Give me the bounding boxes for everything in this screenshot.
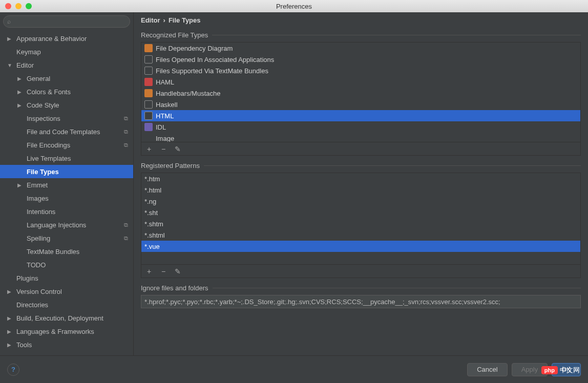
tree-item-label: Directories	[16, 301, 48, 309]
watermark-badge: php	[541, 366, 558, 374]
sidebar: ⌕ ▶Appearance & BehaviorKeymap▼Editor▶Ge…	[0, 12, 134, 355]
copy-icon: ⧉	[124, 222, 128, 228]
filetype-label: IDL	[156, 123, 166, 131]
chevron-right-icon[interactable]: ▶	[17, 182, 25, 188]
tree-item[interactable]: ▼Editor	[0, 58, 133, 72]
tree-item[interactable]: File Encodings⧉	[0, 138, 133, 152]
tree-item-label: Live Templates	[27, 155, 71, 162]
pattern-row[interactable]: *.htm	[141, 173, 580, 184]
cancel-button[interactable]: Cancel	[467, 363, 507, 376]
tree-item[interactable]: File Types	[0, 165, 133, 178]
pattern-row[interactable]: *.sht	[141, 207, 580, 218]
section-ignore-text: Ignore files and folders	[141, 284, 208, 292]
filetype-row[interactable]: Files Supported Via TextMate Bundles	[141, 65, 580, 76]
copy-icon: ⧉	[124, 129, 128, 135]
chevron-right-icon[interactable]: ▶	[7, 289, 14, 294]
pattern-row[interactable]: *.vue	[141, 241, 580, 252]
search-input[interactable]	[3, 15, 130, 28]
filetype-icon	[144, 44, 153, 52]
filetype-row[interactable]: Files Opened In Associated Applications	[141, 54, 580, 65]
ignore-input[interactable]	[141, 295, 581, 308]
tree-item[interactable]: ▶Colors & Fonts	[0, 85, 133, 98]
tree-item-label: Editor	[16, 61, 34, 69]
filetype-row[interactable]: HAML	[141, 76, 580, 88]
watermark: php 中文网	[541, 366, 580, 375]
chevron-right-icon[interactable]: ▶	[7, 36, 14, 41]
tree-item[interactable]: File and Code Templates⧉	[0, 125, 133, 138]
tree-item[interactable]: Live Templates	[0, 152, 133, 165]
tree-item[interactable]: ▶Build, Execution, Deployment	[0, 311, 133, 325]
remove-pattern-icon[interactable]: −	[160, 267, 167, 275]
help-icon[interactable]: ?	[7, 364, 19, 376]
filetype-row[interactable]: HTML	[141, 110, 580, 121]
chevron-down-icon[interactable]: ▼	[7, 62, 14, 68]
tree-item[interactable]: ▶Appearance & Behavior	[0, 32, 133, 45]
section-recognized-text: Recognized File Types	[141, 31, 208, 39]
tree-item[interactable]: ▶Version Control	[0, 285, 133, 298]
sidebar-tree: ▶Appearance & BehaviorKeymap▼Editor▶Gene…	[0, 31, 133, 355]
minimize-icon[interactable]	[15, 3, 22, 9]
tree-item[interactable]: TODO	[0, 258, 133, 271]
pattern-row[interactable]: *.html	[141, 184, 580, 196]
tree-item[interactable]: ▶Tools	[0, 338, 133, 351]
remove-filetype-icon[interactable]: −	[160, 145, 167, 153]
main-panel: Editor › File Types Recognized File Type…	[134, 12, 588, 355]
tree-item[interactable]: Directories	[0, 298, 133, 311]
search-wrap: ⌕	[0, 12, 133, 31]
filetype-label: Haskell	[156, 101, 178, 109]
tree-item-label: Colors & Fonts	[27, 88, 71, 96]
pattern-toolbar: + − ✎	[141, 265, 581, 278]
pattern-label: *.vue	[144, 243, 160, 250]
chevron-right-icon[interactable]: ▶	[7, 342, 14, 348]
tree-item[interactable]: Keymap	[0, 45, 133, 58]
tree-item-label: File Types	[27, 168, 59, 176]
pattern-row[interactable]: *.shtm	[141, 218, 580, 229]
breadcrumb: Editor › File Types	[141, 16, 581, 24]
window-title: Preferences	[276, 3, 312, 10]
close-icon[interactable]	[5, 3, 11, 9]
pattern-label: *.shtm	[144, 220, 163, 228]
pattern-list[interactable]: *.htm*.html*.ng*.sht*.shtm*.shtml*.vue	[141, 173, 581, 265]
pattern-row[interactable]: *.shtml	[141, 229, 580, 241]
pattern-label: *.html	[144, 186, 161, 194]
tree-item[interactable]: ▶General	[0, 72, 133, 85]
maximize-icon[interactable]	[26, 3, 32, 9]
filetype-row[interactable]: IDL	[141, 121, 580, 133]
add-pattern-icon[interactable]: +	[145, 267, 153, 275]
tree-item-label: Appearance & Behavior	[16, 35, 87, 42]
tree-item[interactable]: ▶Languages & Frameworks	[0, 325, 133, 338]
traffic-lights	[0, 3, 32, 9]
filetype-label: Files Opened In Associated Applications	[156, 56, 274, 63]
content: ⌕ ▶Appearance & BehaviorKeymap▼Editor▶Ge…	[0, 12, 588, 355]
filetype-row[interactable]: Handlebars/Mustache	[141, 88, 580, 99]
pattern-row[interactable]: *.ng	[141, 196, 580, 207]
filetype-row[interactable]: File Dependency Diagram	[141, 42, 580, 54]
pattern-label: *.htm	[144, 175, 160, 183]
filetype-label: Handlebars/Mustache	[156, 90, 220, 97]
chevron-right-icon[interactable]: ▶	[7, 315, 14, 321]
filetype-list[interactable]: File Dependency DiagramFiles Opened In A…	[141, 42, 581, 142]
chevron-right-icon[interactable]: ▶	[17, 89, 25, 95]
filetype-row[interactable]: Image	[141, 133, 580, 142]
tree-item[interactable]: ▶Emmet	[0, 178, 133, 192]
tree-item[interactable]: Language Injections⧉	[0, 218, 133, 231]
chevron-right-icon[interactable]: ▶	[17, 76, 25, 81]
tree-item[interactable]: TextMate Bundles	[0, 245, 133, 258]
tree-item-label: File and Code Templates	[27, 128, 100, 136]
filetype-toolbar: + − ✎	[141, 142, 581, 156]
pattern-label: *.ng	[144, 198, 156, 205]
edit-pattern-icon[interactable]: ✎	[174, 267, 181, 275]
filetype-row[interactable]: Haskell	[141, 99, 580, 110]
chevron-right-icon[interactable]: ▶	[17, 102, 25, 108]
edit-filetype-icon[interactable]: ✎	[174, 145, 181, 153]
pattern-label: *.shtml	[144, 231, 165, 239]
tree-item[interactable]: Images	[0, 192, 133, 205]
tree-item[interactable]: Plugins	[0, 271, 133, 285]
tree-item[interactable]: ▶Code Style	[0, 98, 133, 112]
chevron-right-icon[interactable]: ▶	[7, 329, 14, 334]
tree-item-label: Intentions	[27, 208, 55, 216]
tree-item[interactable]: Inspections⧉	[0, 112, 133, 125]
tree-item[interactable]: Spelling⧉	[0, 231, 133, 245]
add-filetype-icon[interactable]: +	[145, 145, 153, 153]
tree-item[interactable]: Intentions	[0, 205, 133, 218]
